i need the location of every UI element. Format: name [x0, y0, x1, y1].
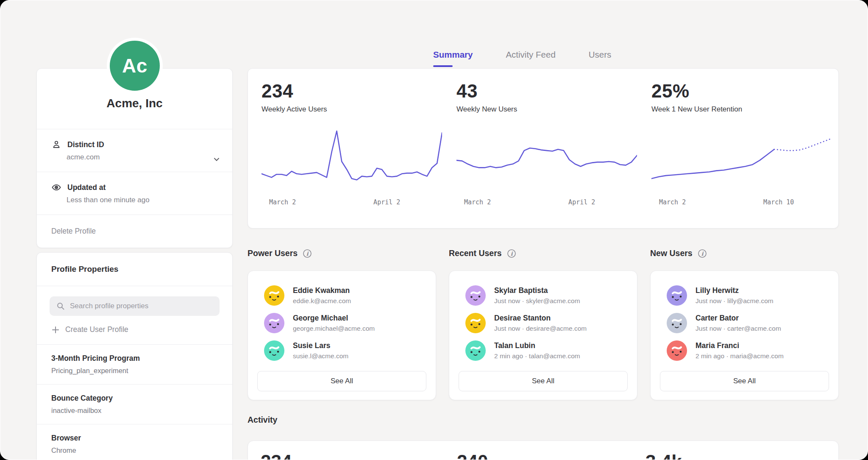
- section-title: New Users: [650, 248, 693, 258]
- profile-properties-title: Profile Properties: [37, 253, 232, 286]
- user-list-item[interactable]: Lilly Herwitz Just now · lilly@acme.com: [667, 285, 822, 306]
- recent-users-card: Skylar Baptista Just now · skyler@acme.c…: [449, 270, 637, 400]
- field-value: acme.com: [67, 153, 218, 162]
- user-list-item[interactable]: Maria Franci 2 min ago · maria@acme.com: [667, 340, 822, 361]
- new-users-header: New Users i: [650, 248, 707, 258]
- see-all-button[interactable]: See All: [660, 371, 829, 391]
- activity-stat: 234: [261, 451, 292, 460]
- person-icon: [51, 139, 61, 150]
- search-input[interactable]: [50, 296, 220, 316]
- x-tick: March 10: [763, 198, 794, 206]
- property-value: inactive-mailbox: [51, 407, 218, 415]
- user-avatar: [667, 313, 687, 333]
- recent-users-header: Recent Users i: [449, 248, 516, 258]
- x-axis: March 2 April 2: [262, 198, 442, 207]
- company-avatar: Ac: [107, 38, 163, 94]
- user-avatar: [465, 340, 486, 361]
- field-value: Less than one minute ago: [67, 196, 218, 204]
- activity-title: Activity: [248, 415, 277, 425]
- distinct-id-row[interactable]: Distinct ID acme.com: [37, 129, 232, 172]
- tab-label: Summary: [433, 50, 473, 59]
- stat-label: Week 1 New User Retention: [651, 105, 832, 114]
- activity-stat: 240: [457, 451, 488, 460]
- info-icon[interactable]: i: [303, 249, 312, 258]
- field-label: Distinct ID: [67, 140, 104, 149]
- user-name: Maria Franci: [696, 341, 784, 350]
- user-subtitle: Just now · lilly@acme.com: [696, 297, 773, 305]
- user-avatar: [264, 340, 284, 361]
- user-avatar: [264, 285, 284, 306]
- x-tick: April 2: [373, 198, 400, 206]
- user-subtitle: Just now · desirare@acme.com: [494, 325, 587, 332]
- section-title: Recent Users: [449, 248, 502, 258]
- user-avatar: [465, 285, 486, 306]
- profile-properties-card: Profile Properties Create User Profile 3…: [36, 252, 233, 460]
- tab-summary[interactable]: Summary: [433, 50, 473, 67]
- user-avatar: [264, 313, 284, 333]
- user-avatar: [465, 313, 486, 333]
- stat-label: Weekly New Users: [456, 105, 637, 114]
- activity-stat: 3.4k: [645, 451, 682, 460]
- info-icon[interactable]: i: [698, 249, 707, 258]
- app-window: Ac Acme, Inc Distinct ID acme.com: [0, 0, 868, 460]
- tab-bar: Summary Activity Feed Users: [433, 50, 611, 67]
- svg-text:i: i: [306, 250, 309, 256]
- avatar-initials: Ac: [110, 41, 160, 91]
- user-list-item[interactable]: Susie Lars susie.l@acme.com: [264, 340, 420, 361]
- user-list-item[interactable]: Talan Lubin 2 min ago · talan@acme.com: [465, 340, 621, 361]
- see-all-button[interactable]: See All: [257, 371, 426, 391]
- info-icon[interactable]: i: [507, 249, 516, 258]
- x-tick: April 2: [568, 198, 595, 206]
- field-label: Updated at: [67, 183, 106, 192]
- delete-profile-button[interactable]: Delete Profile: [37, 215, 232, 248]
- user-name: Desirae Stanton: [494, 314, 587, 323]
- see-all-button[interactable]: See All: [459, 371, 628, 391]
- svg-text:i: i: [701, 250, 704, 256]
- user-avatar: [667, 285, 687, 306]
- stat-week1-retention: 25% Week 1 New User Retention March 2 Ma…: [651, 69, 832, 228]
- stat-value: 25%: [651, 81, 832, 102]
- active-tab-underline: [433, 65, 453, 67]
- chevron-down-icon[interactable]: [212, 155, 221, 164]
- property-value: Pricing_plan_experiment: [51, 367, 218, 375]
- new-users-card: Lilly Herwitz Just now · lilly@acme.com …: [650, 270, 839, 400]
- tab-users[interactable]: Users: [589, 50, 612, 67]
- property-row[interactable]: Browser Chrome: [37, 424, 232, 460]
- sparkline-chart: [456, 128, 637, 195]
- create-user-profile-label: Create User Profile: [65, 325, 128, 334]
- x-tick: March 2: [659, 198, 686, 206]
- plus-icon: [51, 326, 60, 334]
- user-list-item[interactable]: George Michael george.michael@acme.com: [264, 313, 420, 333]
- tab-label: Users: [589, 50, 612, 59]
- user-list-item[interactable]: Carter Bator Just now · carter@acme.com: [667, 313, 822, 333]
- user-name: Susie Lars: [293, 341, 348, 350]
- user-subtitle: 2 min ago · talan@acme.com: [494, 352, 580, 360]
- user-list-item[interactable]: Eddie Kwakman eddie.k@acme.com: [264, 285, 420, 306]
- x-tick: March 2: [464, 198, 491, 206]
- user-subtitle: Just now · carter@acme.com: [696, 325, 781, 332]
- user-subtitle: susie.l@acme.com: [293, 352, 348, 360]
- property-name: Bounce Category: [51, 394, 218, 403]
- property-name: 3-Month Pricing Program: [51, 354, 218, 363]
- user-name: Talan Lubin: [494, 341, 580, 350]
- updated-at-row: Updated at Less than one minute ago: [37, 172, 232, 215]
- property-row[interactable]: 3-Month Pricing Program Pricing_plan_exp…: [37, 344, 232, 384]
- user-name: Skylar Baptista: [494, 286, 580, 295]
- tab-label: Activity Feed: [506, 50, 555, 59]
- property-name: Browser: [51, 434, 218, 443]
- user-list-item[interactable]: Skylar Baptista Just now · skyler@acme.c…: [465, 285, 621, 306]
- stat-label: Weekly Active Users: [262, 105, 442, 114]
- user-name: Eddie Kwakman: [293, 286, 351, 295]
- user-avatar: [667, 340, 687, 361]
- stat-value: 234: [262, 81, 442, 102]
- user-list-item[interactable]: Desirae Stanton Just now · desirare@acme…: [465, 313, 621, 333]
- divider: [37, 286, 232, 286]
- stat-weekly-new-users: 43 Weekly New Users March 2 April 2: [456, 69, 637, 228]
- summary-card: 234 Weekly Active Users March 2 April 2 …: [248, 68, 839, 229]
- property-row[interactable]: Bounce Category inactive-mailbox: [37, 384, 232, 424]
- create-user-profile-button[interactable]: Create User Profile: [37, 316, 232, 344]
- user-subtitle: george.michael@acme.com: [293, 325, 375, 332]
- tab-activity-feed[interactable]: Activity Feed: [506, 50, 555, 67]
- user-name: George Michael: [293, 314, 375, 323]
- stat-weekly-active-users: 234 Weekly Active Users March 2 April 2: [262, 69, 442, 228]
